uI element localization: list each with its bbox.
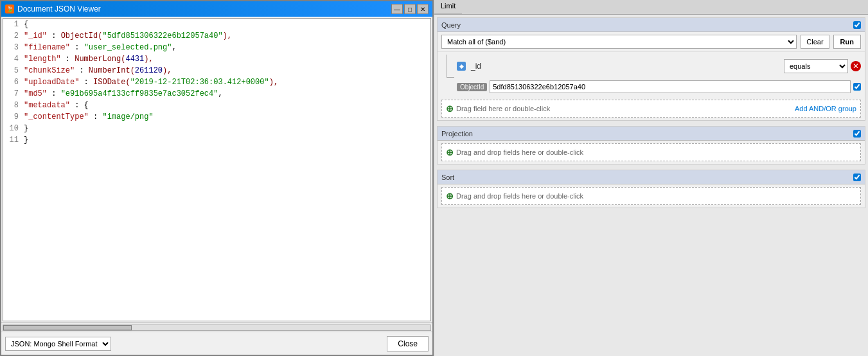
run-button[interactable]: Run	[833, 35, 861, 49]
clear-button[interactable]: Clear	[801, 35, 829, 49]
value-checkbox[interactable]	[853, 83, 861, 91]
code-line: 7 "md5" : "e91b695a4f133cff9835e7ac3052f…	[3, 89, 430, 101]
line-number: 10	[6, 124, 24, 133]
line-number: 1	[6, 20, 24, 29]
sort-section: Sort ⊕ Drag and drop fields here or doub…	[437, 170, 865, 208]
projection-drag-plus-icon: ⊕	[446, 147, 454, 157]
field-icon: ◆	[457, 62, 466, 71]
right-panel: Limit Query Match all of ($and) Clear Ru…	[434, 0, 868, 356]
bottom-bar: JSON: Mongo Shell Format Close	[1, 332, 432, 355]
limit-tab[interactable]: Limit	[434, 0, 462, 14]
sort-checkbox[interactable]	[853, 174, 861, 181]
line-content: "md5" : "e91b695a4f133cff9835e7ac3052fec…	[24, 89, 428, 98]
projection-checkbox[interactable]	[853, 130, 861, 138]
line-content: "_contentType" : "image/png"	[24, 112, 428, 121]
line-number: 7	[6, 89, 24, 98]
horizontal-scrollbar[interactable]	[1, 323, 432, 332]
window-title: Document JSON Viewer	[17, 4, 101, 13]
drag-plus-icon: ⊕	[446, 103, 454, 114]
value-input[interactable]	[490, 80, 851, 93]
line-number: 9	[6, 112, 24, 121]
sort-header: Sort	[438, 170, 865, 184]
add-group-link[interactable]: Add AND/OR group	[795, 105, 856, 112]
query-section-header: Query	[438, 18, 865, 32]
line-number: 3	[6, 43, 24, 52]
tabs-bar: Limit	[434, 0, 868, 15]
line-content: }	[24, 124, 428, 133]
line-number: 4	[6, 55, 24, 64]
code-area: 1{2 "_id" : ObjectId("5dfd851306322e6b12…	[3, 18, 431, 321]
close-button[interactable]: Close	[387, 336, 429, 352]
sort-drag-area: ⊕ Drag and drop fields here or double-cl…	[441, 187, 861, 205]
line-number: 6	[6, 78, 24, 87]
code-line: 9 "_contentType" : "image/png"	[3, 112, 430, 124]
line-content: "chunkSize" : NumberInt(261120),	[24, 66, 428, 75]
projection-header: Projection	[438, 127, 865, 141]
match-select[interactable]: Match all of ($and)	[441, 35, 797, 49]
app-icon: 🍃	[5, 4, 14, 13]
scroll-track[interactable]	[3, 325, 431, 331]
format-select[interactable]: JSON: Mongo Shell Format	[5, 337, 111, 351]
sort-title: Sort	[441, 174, 454, 181]
operator-select[interactable]: equals not equals greater than less than…	[784, 59, 848, 73]
projection-title: Projection	[441, 130, 473, 138]
scroll-thumb[interactable]	[3, 325, 132, 330]
code-line: 10 }	[3, 124, 430, 136]
query-title: Query	[441, 21, 461, 29]
sort-drag-plus-icon: ⊕	[446, 191, 454, 201]
document-json-viewer-window: 🍃 Document JSON Viewer — □ ✕ 1{2 "_id" :…	[0, 0, 434, 356]
code-line: 2 "_id" : ObjectId("5dfd851306322e6b1205…	[3, 31, 430, 43]
line-content: "filename" : "user_selected.png",	[24, 43, 428, 52]
window-controls: — □ ✕	[391, 4, 429, 14]
titlebar-left: 🍃 Document JSON Viewer	[5, 4, 101, 13]
window-close-button[interactable]: ✕	[417, 4, 429, 14]
query-toolbar: Match all of ($and) Clear Run	[438, 32, 865, 52]
line-content: "length" : NumberLong(4431),	[24, 55, 428, 64]
code-line: 4 "length" : NumberLong(4431),	[3, 55, 430, 66]
filter-indent	[441, 55, 454, 78]
code-line: 5 "chunkSize" : NumberInt(261120),	[3, 66, 430, 78]
projection-section: Projection ⊕ Drag and drop fields here o…	[437, 126, 865, 165]
right-content: Query Match all of ($and) Clear Run ◆ _i…	[434, 15, 868, 356]
value-type-badge: ObjectId	[457, 83, 487, 91]
line-number: 5	[6, 66, 24, 75]
code-line: 3 "filename" : "user_selected.png",	[3, 43, 430, 55]
projection-drag-text: ⊕ Drag and drop fields here or double-cl…	[446, 147, 583, 157]
query-section: Query Match all of ($and) Clear Run ◆ _i…	[437, 17, 865, 121]
code-line: 6 "uploadDate" : ISODate("2019-12-21T02:…	[3, 78, 430, 89]
minimize-button[interactable]: —	[391, 4, 403, 14]
line-number: 11	[6, 136, 24, 145]
code-line: 11}	[3, 136, 430, 147]
sort-drag-text: ⊕ Drag and drop fields here or double-cl…	[446, 191, 583, 201]
filter-area: ◆ _id equals not equals greater than les…	[438, 52, 865, 97]
filter-remove-button[interactable]: ✕	[851, 61, 861, 71]
filter-field-name: _id	[468, 60, 781, 72]
filter-value-row: ObjectId	[441, 80, 861, 93]
code-line: 1{	[3, 20, 430, 31]
maximize-button[interactable]: □	[404, 4, 416, 14]
projection-drag-area: ⊕ Drag and drop fields here or double-cl…	[441, 143, 861, 161]
filter-field-row: ◆ _id equals not equals greater than les…	[441, 55, 861, 78]
query-drag-area: ⊕ Drag field here or double-click Add AN…	[441, 100, 861, 118]
line-content: {	[24, 20, 428, 29]
line-content: "_id" : ObjectId("5dfd851306322e6b12057a…	[24, 31, 428, 40]
query-checkbox[interactable]	[853, 21, 861, 29]
code-line: 8 "metadata" : {	[3, 101, 430, 112]
query-drag-text: ⊕ Drag field here or double-click	[446, 103, 550, 114]
line-content: }	[24, 136, 428, 145]
titlebar: 🍃 Document JSON Viewer — □ ✕	[1, 1, 432, 17]
line-number: 2	[6, 31, 24, 40]
line-number: 8	[6, 101, 24, 110]
line-content: "uploadDate" : ISODate("2019-12-21T02:36…	[24, 78, 428, 87]
line-content: "metadata" : {	[24, 101, 428, 110]
